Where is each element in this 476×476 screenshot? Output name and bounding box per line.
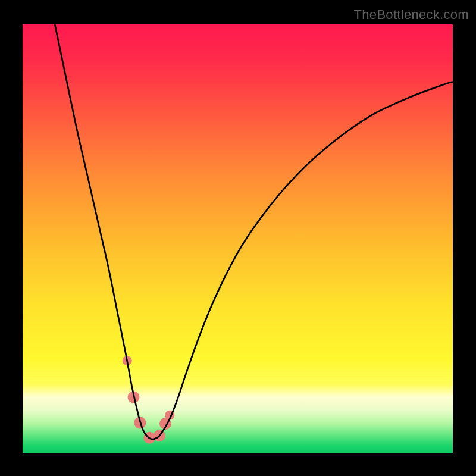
watermark-text: TheBottleneck.com	[354, 7, 469, 23]
bottleneck-curve	[55, 24, 453, 439]
chart-frame: TheBottleneck.com	[0, 0, 476, 476]
curve-markers	[123, 356, 175, 444]
chart-curve-layer	[23, 24, 453, 453]
plot-area	[23, 24, 453, 453]
